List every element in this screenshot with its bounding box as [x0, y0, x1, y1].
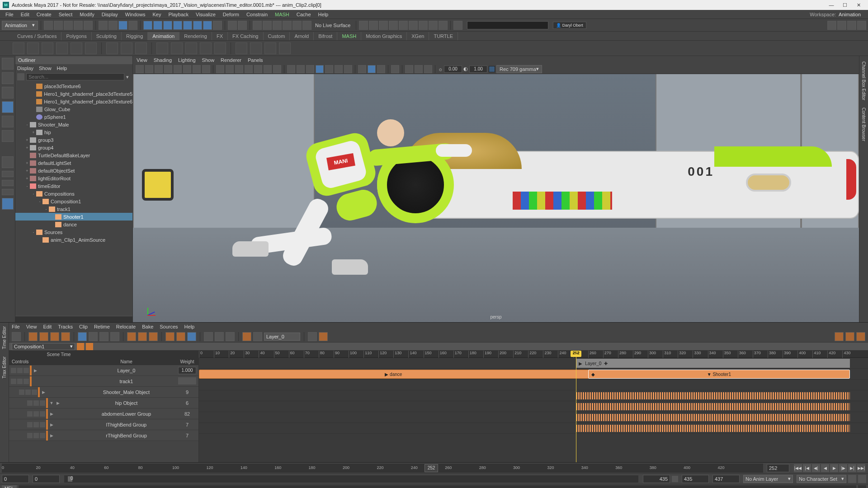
save-scene-button[interactable]: [64, 21, 73, 30]
te-ghost-button[interactable]: [215, 332, 224, 341]
vp-menu-panels[interactable]: Panels: [248, 57, 263, 63]
outliner-item[interactable]: Hero1_light_shaderref_place3dTexture5: [15, 90, 132, 98]
shelf-icon[interactable]: [185, 42, 197, 54]
te-keyframes[interactable]: [576, 425, 850, 432]
vp-lights-icon[interactable]: [245, 65, 253, 73]
te-create-clip-button[interactable]: [61, 332, 70, 341]
vp-menu-lighting[interactable]: Lighting: [178, 57, 196, 63]
te-clip-dance[interactable]: ▶ dance: [199, 370, 588, 379]
outliner-item[interactable]: +lightEditorRoot: [15, 174, 132, 182]
vp-grid-icon[interactable]: [325, 65, 333, 73]
te-lane-track1[interactable]: ▶ dance ◆▼ Shooter1: [199, 369, 868, 380]
te-ripple-button[interactable]: [78, 332, 87, 341]
expand-icon[interactable]: +: [24, 145, 30, 150]
te-track-row[interactable]: ▶lThighBend Group7: [9, 419, 198, 430]
te-del-comp-button[interactable]: [86, 343, 93, 350]
shelf-icon[interactable]: [171, 42, 183, 54]
minimize-button[interactable]: —: [825, 1, 838, 9]
vp-colorspace-dropdown[interactable]: Rec 709 gamma▾: [496, 65, 542, 73]
te-mute-toggle[interactable]: [11, 368, 16, 373]
render-frame-button[interactable]: [369, 21, 378, 30]
te-lane-shooter-male[interactable]: [199, 380, 868, 390]
anim-layer-dropdown[interactable]: No Anim Layer▾: [743, 475, 793, 483]
range-slider[interactable]: 0: [64, 475, 638, 483]
menu-edit[interactable]: Edit: [17, 12, 33, 17]
vp-menu-view[interactable]: View: [137, 57, 147, 63]
te-ungroup-button[interactable]: [149, 332, 158, 341]
menu-select[interactable]: Select: [55, 12, 76, 17]
menu-constrain[interactable]: Constrain: [243, 12, 271, 17]
vp-image-icon[interactable]: [344, 65, 352, 73]
layout-two[interactable]: [2, 189, 14, 195]
outliner-item[interactable]: -track1: [15, 205, 132, 213]
vp-bg-color-picker[interactable]: [489, 66, 495, 72]
shelf-icon[interactable]: [42, 42, 53, 54]
snap-grid-button[interactable]: [143, 21, 152, 30]
construction-history-button[interactable]: [213, 21, 222, 30]
shelf-tab-xgen[interactable]: XGen: [407, 32, 429, 40]
te-hold-button[interactable]: [176, 332, 185, 341]
vp-isolate-icon[interactable]: [287, 65, 295, 73]
menu-create[interactable]: Create: [33, 12, 55, 17]
open-scene-button[interactable]: [54, 21, 63, 30]
vp-gamma-icon[interactable]: [368, 65, 376, 73]
te-solo-toggle[interactable]: [33, 422, 39, 427]
vp-shadows-icon[interactable]: [254, 65, 262, 73]
shelf-icon[interactable]: [13, 42, 24, 54]
autokey-button[interactable]: [858, 475, 866, 483]
render-view-button[interactable]: [359, 21, 368, 30]
last-tool[interactable]: [2, 156, 14, 168]
te-solo-toggle[interactable]: [33, 400, 39, 406]
maximize-button[interactable]: ☐: [838, 1, 852, 9]
menu-help[interactable]: Help: [315, 12, 332, 17]
te-playhead[interactable]: [576, 351, 576, 462]
sym-off-button[interactable]: [292, 21, 302, 30]
outliner-item[interactable]: dance: [15, 221, 132, 228]
te-rec-toggle[interactable]: [24, 368, 29, 373]
vp-film-gate-icon[interactable]: [164, 65, 172, 73]
expand-icon[interactable]: ▶: [49, 422, 54, 427]
character-set-dropdown[interactable]: No Character Set▾: [797, 475, 846, 483]
te-frame-sel-button[interactable]: [845, 332, 854, 341]
shelf-icon[interactable]: [121, 42, 132, 54]
play-back-button[interactable]: ◀: [821, 464, 829, 472]
command-search-input[interactable]: [467, 21, 548, 29]
prev-key-button[interactable]: |◀: [803, 464, 811, 472]
te-import-clip-button[interactable]: [39, 332, 48, 341]
vp-ao-icon[interactable]: [264, 65, 272, 73]
shelf-tab-bifrost[interactable]: Bifrost: [314, 32, 337, 40]
outliner-item[interactable]: +hip: [15, 128, 132, 136]
te-solo-toggle[interactable]: [33, 411, 39, 417]
menu-visualize[interactable]: Visualize: [192, 12, 219, 17]
shelf-tab-arnold[interactable]: Arnold: [290, 32, 314, 40]
te-lane-hip[interactable]: [199, 390, 868, 401]
shelf-icon[interactable]: [279, 42, 291, 54]
expand-icon[interactable]: +: [24, 176, 30, 181]
outliner-item[interactable]: -Composition1: [15, 197, 132, 205]
te-track-row[interactable]: ▼▶hip Object6: [9, 398, 198, 408]
outliner-item[interactable]: +group4: [15, 144, 132, 151]
shelf-icon[interactable]: [135, 42, 147, 54]
go-start-button[interactable]: |◀◀: [794, 464, 802, 472]
expand-icon[interactable]: ▶: [41, 390, 46, 394]
go-end-button[interactable]: ▶▶|: [857, 464, 865, 472]
te-key-button[interactable]: [308, 332, 317, 341]
vp-smooth-shade-icon[interactable]: [226, 65, 234, 73]
te-snap-button[interactable]: [89, 332, 98, 341]
vp-2d-pan-icon[interactable]: [415, 65, 423, 73]
playback-prefs-button[interactable]: [848, 475, 856, 483]
menu-modify[interactable]: Modify: [76, 12, 98, 17]
collapse-icon[interactable]: ▼: [49, 401, 54, 405]
vp-exposure-input[interactable]: [444, 66, 462, 73]
expand-icon[interactable]: ▶: [55, 401, 61, 405]
menu-display[interactable]: Display: [98, 12, 122, 17]
te-add-layer-button[interactable]: [242, 332, 251, 341]
shelf-tab-animation[interactable]: Animation: [148, 32, 179, 40]
shelf-tab-fx[interactable]: FX: [212, 32, 228, 40]
ipr-button[interactable]: [379, 21, 388, 30]
snap-curve-button[interactable]: [153, 21, 162, 30]
light-editor-button[interactable]: [419, 21, 428, 30]
shelf-tab-turtle[interactable]: TURTLE: [429, 32, 458, 40]
snap-point-button[interactable]: [163, 21, 172, 30]
te-mute-toggle[interactable]: [27, 433, 33, 438]
